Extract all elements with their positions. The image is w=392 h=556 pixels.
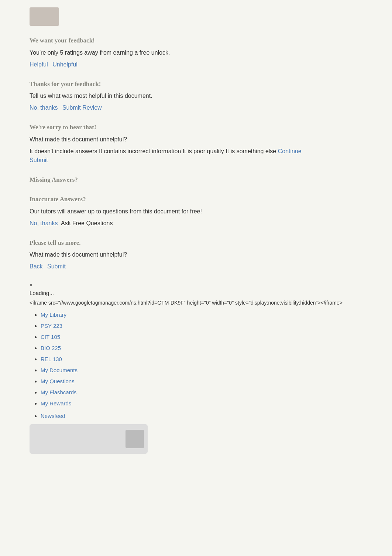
- nav-item-questions[interactable]: My Questions: [41, 377, 362, 386]
- submit-review-link[interactable]: Submit Review: [62, 104, 102, 111]
- nav-item-rewards[interactable]: My Rewards: [41, 399, 362, 408]
- nav-link-psy223[interactable]: PSY 223: [41, 323, 62, 329]
- logo: [30, 7, 59, 26]
- feedback-options: Helpful Unhelpful: [30, 60, 362, 69]
- nav-link-cit105[interactable]: CIT 105: [41, 334, 60, 340]
- inaccurate-title: Inaccurate Answers?: [30, 195, 362, 204]
- sorry-reasons: It doesn't include answers It contains i…: [30, 147, 362, 165]
- tell-more-submit-link[interactable]: Submit: [47, 263, 66, 270]
- no-thanks-link[interactable]: No, thanks: [30, 104, 58, 111]
- nav-item-cit105[interactable]: CIT 105: [41, 333, 362, 342]
- logo-area: [30, 7, 362, 28]
- sorry-title: We're sorry to hear that!: [30, 123, 362, 132]
- ask-free-questions-link: Ask Free Questions: [61, 220, 113, 226]
- bottom-widget: [30, 424, 148, 454]
- reason-poor-quality: It is poor quality: [183, 148, 226, 154]
- nav-link-newsfeed[interactable]: Newsfeed: [41, 413, 65, 419]
- inaccurate-links: No, thanks Ask Free Questions: [30, 219, 362, 228]
- back-link[interactable]: Back: [30, 263, 43, 270]
- thanks-body: Tell us what was most helpful in this do…: [30, 92, 362, 100]
- reason-something-else: It is something else: [226, 148, 278, 154]
- inaccurate-section: Inaccurate Answers? Our tutors will answ…: [30, 195, 362, 228]
- nav-link-library[interactable]: My Library: [41, 312, 66, 318]
- missing-title: Missing Answers?: [30, 175, 362, 185]
- tell-more-title: Please tell us more.: [30, 238, 362, 248]
- helpful-link[interactable]: Helpful: [30, 61, 48, 68]
- close-button[interactable]: ×: [30, 281, 362, 289]
- nav-link-bio225[interactable]: BIO 225: [41, 345, 61, 351]
- feedback-section: We want your feedback! You're only 5 rat…: [30, 36, 362, 69]
- sorry-body: What made this document unhelpful?: [30, 135, 362, 144]
- missing-section: Missing Answers?: [30, 175, 362, 185]
- nav-item-flashcards[interactable]: My Flashcards: [41, 388, 362, 397]
- newsfeed-list: Newsfeed: [30, 412, 362, 421]
- nav-item-newsfeed[interactable]: Newsfeed: [41, 412, 362, 421]
- inaccurate-body: Our tutors will answer up to questions f…: [30, 207, 362, 216]
- thanks-section: Thanks for your feedback! Tell us what w…: [30, 79, 362, 113]
- feedback-title: We want your feedback!: [30, 36, 362, 45]
- tell-more-links: Back Submit: [30, 262, 362, 271]
- inaccurate-no-thanks[interactable]: No, thanks: [30, 220, 58, 226]
- thanks-title: Thanks for your feedback!: [30, 79, 362, 89]
- sorry-section: We're sorry to hear that! What made this…: [30, 123, 362, 165]
- nav-link-rel130[interactable]: REL 130: [41, 356, 62, 362]
- nav-link-documents[interactable]: My Documents: [41, 367, 78, 373]
- bottom-widget-inner: [125, 430, 144, 448]
- continue-link[interactable]: Continue: [278, 148, 302, 154]
- sorry-submit-link[interactable]: Submit: [30, 157, 48, 163]
- thanks-links: No, thanks Submit Review: [30, 103, 362, 112]
- reason-incorrect: It contains incorrect information: [99, 148, 183, 154]
- reason-no-answers: It doesn't include answers: [30, 148, 99, 154]
- unhelpful-link[interactable]: Unhelpful: [52, 61, 78, 68]
- nav-link-rewards[interactable]: My Rewards: [41, 400, 71, 406]
- nav-item-rel130[interactable]: REL 130: [41, 355, 362, 364]
- nav-item-bio225[interactable]: BIO 225: [41, 344, 362, 353]
- tell-more-body: What made this document unhelpful?: [30, 250, 362, 259]
- nav-item-psy223[interactable]: PSY 223: [41, 322, 362, 330]
- page-container: We want your feedback! You're only 5 rat…: [0, 0, 392, 469]
- iframe-code-text: <iframe src="//www.googletagmanager.com/…: [30, 299, 362, 307]
- nav-link-questions[interactable]: My Questions: [41, 378, 75, 384]
- nav-link-flashcards[interactable]: My Flashcards: [41, 389, 77, 395]
- nav-list: My Library PSY 223 CIT 105 BIO 225 REL 1…: [30, 310, 362, 408]
- nav-item-library[interactable]: My Library: [41, 310, 362, 319]
- nav-item-documents[interactable]: My Documents: [41, 366, 362, 375]
- feedback-body: You're only 5 ratings away from earning …: [30, 48, 362, 57]
- tell-more-section: Please tell us more. What made this docu…: [30, 238, 362, 271]
- loading-text: Loading...: [30, 289, 362, 298]
